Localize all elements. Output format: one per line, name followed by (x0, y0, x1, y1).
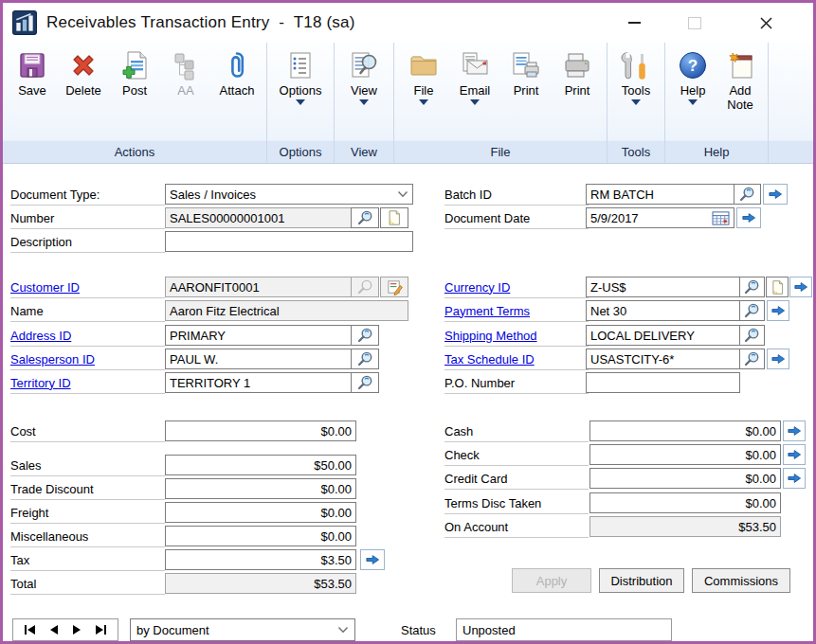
territory-id-label[interactable]: Territory ID (10, 372, 165, 394)
commissions-button[interactable]: Commissions (692, 568, 790, 593)
shipping-method-lookup-button[interactable] (739, 325, 765, 346)
check-expansion-button[interactable] (783, 444, 806, 465)
svg-text:?: ? (688, 57, 698, 75)
tax-schedule-id-label[interactable]: Tax Schedule ID (444, 349, 589, 370)
document-date-expansion-button[interactable] (736, 207, 761, 228)
batch-id-field[interactable]: RM BATCH (586, 184, 734, 205)
dropdown-arrow-icon (419, 99, 428, 105)
credit-card-field[interactable]: $0.00 (589, 468, 781, 489)
po-number-field[interactable] (586, 372, 740, 393)
calendar-icon[interactable] (712, 210, 730, 226)
trade-discount-field[interactable]: $0.00 (165, 478, 356, 499)
save-button[interactable]: Save (7, 46, 58, 98)
tax-label: Tax (10, 549, 165, 571)
miscellaneous-field[interactable]: $0.00 (165, 526, 356, 546)
attach-button[interactable]: Attach (211, 46, 263, 98)
lookup-icon (356, 350, 374, 368)
currency-id-label[interactable]: Currency ID (444, 277, 589, 298)
terms-disc-taken-field[interactable]: $0.00 (589, 492, 781, 513)
currency-id-expansion-button[interactable] (789, 277, 812, 297)
territory-id-field[interactable]: TERRITORY 1 (165, 372, 352, 393)
salesperson-id-field[interactable]: PAUL W. (165, 349, 352, 369)
close-button[interactable] (746, 9, 786, 37)
currency-id-lookup-button[interactable] (739, 277, 765, 297)
first-record-button[interactable] (25, 625, 35, 635)
currency-id-field[interactable]: Z-US$ (586, 277, 740, 297)
add-note-button[interactable]: Add Note (716, 46, 764, 112)
distribution-button[interactable]: Distribution (599, 568, 684, 593)
address-id-label[interactable]: Address ID (10, 325, 165, 347)
cost-field[interactable]: $0.00 (165, 420, 356, 441)
post-button[interactable]: Post (109, 46, 160, 98)
email-button[interactable]: Email (449, 46, 500, 105)
options-list-icon (284, 49, 317, 81)
batch-id-expansion-button[interactable] (763, 184, 788, 205)
file-button[interactable]: File (398, 46, 449, 105)
view-button[interactable]: View (338, 46, 390, 105)
tax-expansion-button[interactable] (360, 549, 385, 570)
terms-disc-taken-label: Terms Disc Taken (444, 492, 589, 514)
lookup-icon (738, 186, 756, 204)
window-title: Receivables Transaction Entry - T18 (sa) (46, 13, 355, 32)
tax-schedule-id-expansion-button[interactable] (767, 349, 789, 369)
document-date-field[interactable]: 5/9/2017 (586, 207, 734, 228)
check-field[interactable]: $0.00 (589, 444, 781, 465)
toolbar-group-actions: Save Delete (3, 43, 267, 163)
number-field[interactable]: SALES00000001001 (165, 207, 352, 228)
name-label: Name (10, 300, 165, 322)
options-button[interactable]: Options (271, 46, 330, 105)
description-field[interactable] (165, 231, 413, 252)
minimize-button[interactable] (617, 9, 651, 37)
currency-id-note-button[interactable] (766, 277, 789, 297)
customer-write-letters-button[interactable] (380, 277, 408, 297)
next-record-button[interactable] (73, 625, 81, 635)
lookup-icon (743, 278, 761, 296)
expansion-arrow-icon (786, 424, 803, 438)
address-id-lookup-button[interactable] (351, 325, 379, 346)
salesperson-id-lookup-button[interactable] (351, 349, 379, 369)
tax-field[interactable]: $3.50 (165, 549, 356, 570)
customer-id-label[interactable]: Customer ID (10, 277, 165, 298)
territory-id-lookup-button[interactable] (351, 372, 379, 393)
payment-terms-lookup-button[interactable] (739, 300, 765, 321)
sort-by-select[interactable]: by Document (130, 618, 355, 641)
freight-field[interactable]: $0.00 (165, 502, 356, 523)
lookup-disabled-icon (356, 278, 374, 296)
expansion-arrow-icon (364, 553, 381, 566)
tax-schedule-id-lookup-button[interactable] (739, 349, 765, 369)
delete-button[interactable]: Delete (58, 46, 109, 98)
tax-schedule-id-field[interactable]: USASTCITY-6* (586, 349, 740, 369)
payment-terms-field[interactable]: Net 30 (586, 300, 740, 321)
payment-terms-expansion-button[interactable] (767, 300, 789, 321)
previous-record-button[interactable] (50, 625, 58, 635)
org-chart-icon (170, 49, 202, 81)
record-navigation (12, 618, 118, 641)
cash-expansion-button[interactable] (783, 420, 806, 441)
payment-terms-label[interactable]: Payment Terms (444, 300, 589, 322)
number-note-button[interactable] (380, 207, 408, 228)
shipping-method-label[interactable]: Shipping Method (444, 325, 589, 347)
lookup-icon (743, 327, 761, 345)
address-id-field[interactable]: PRIMARY (165, 325, 352, 346)
sales-field[interactable]: $50.00 (165, 455, 356, 475)
check-label: Check (444, 444, 589, 466)
wrench-screwdriver-icon (620, 49, 652, 81)
shipping-method-field[interactable]: LOCAL DELIVERY (586, 325, 740, 346)
credit-card-expansion-button[interactable] (783, 468, 806, 489)
help-button[interactable]: ? Help (669, 46, 716, 105)
print-button[interactable]: Print (552, 46, 603, 98)
trade-discount-label: Trade Discount (10, 478, 165, 500)
print-document-icon (510, 49, 542, 81)
document-type-select[interactable]: Sales / Invoices (165, 184, 413, 205)
sales-label: Sales (10, 455, 165, 476)
tools-button[interactable]: Tools (611, 46, 661, 105)
lookup-icon (356, 327, 374, 345)
number-lookup-button[interactable] (351, 207, 379, 228)
cash-field[interactable]: $0.00 (589, 420, 781, 441)
last-record-button[interactable] (96, 625, 106, 635)
minimize-icon (628, 22, 641, 24)
document-date-label: Document Date (444, 207, 589, 229)
print-document-button[interactable]: Print (500, 46, 552, 98)
batch-id-lookup-button[interactable] (734, 184, 761, 205)
salesperson-id-label[interactable]: Salesperson ID (10, 349, 165, 370)
